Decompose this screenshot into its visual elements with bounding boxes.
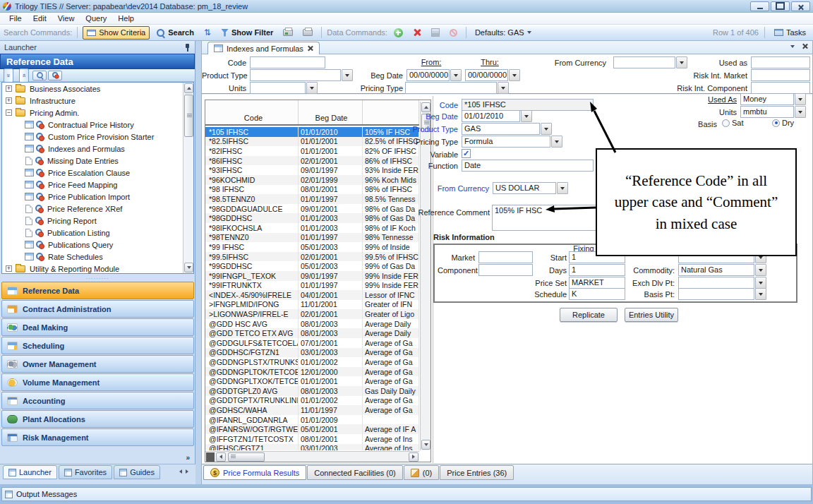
delete-record-button[interactable] [409,26,425,40]
table-row[interactable]: @GDDNGPLSTX/TRUNKSTX01/01/2002Average of… [205,357,419,367]
basis-pt-select[interactable] [678,288,766,300]
save-record-button[interactable] [428,26,443,40]
scroll-right-button[interactable] [409,452,418,462]
tree-item-pricing-report[interactable]: Pricing Report [2,215,193,227]
scroll-thumb[interactable] [228,452,265,462]
tab-price-formula-results[interactable]: Price Formula Results [203,465,306,480]
table-row[interactable]: @GDDNGPLTXOK/TETCETX01/01/2001Average of… [205,376,419,386]
table-row[interactable]: @GDDGULFS&TETCOELA07/01/2001Average of G… [205,338,419,348]
tree-item-custom-price-provision-starter[interactable]: Custom Price Provision Starter [2,131,193,143]
table-row[interactable]: *99.5IFHSC02/01/200199.5% of IFHSC [205,252,419,262]
table-row[interactable]: *99IFTRUNKTX01/01/199799% Inside FER [205,281,419,291]
table-row[interactable]: <INDEX-.45/90%IFRELE04/01/2001Lessor of … [205,290,419,300]
print-preview-button[interactable] [279,26,296,40]
launcher-tab-guides[interactable]: Guides [114,465,160,479]
tree-folder-business-associates[interactable]: +Business Associates [2,83,193,95]
table-row[interactable]: *98TENNZ001/01/199798% Tennesse [205,233,419,243]
tree-folder-pricing-admin[interactable]: −Pricing Admin. [2,107,193,119]
scroll-down-button[interactable] [421,440,430,450]
table-row[interactable]: *99 IFHSC05/01/200399% of Inside [205,242,419,252]
menu-view[interactable]: View [53,13,80,23]
add-record-button[interactable] [390,26,406,40]
table-row[interactable]: @GDD HSC AVG08/01/2003Average Daily [205,319,419,329]
risk-int-component-input[interactable] [751,82,810,94]
table-row[interactable]: *98GDDAGUADULCE09/01/200198% of Gas Da [205,204,419,214]
module-volume-management[interactable]: Volume Management [1,373,194,391]
table-row[interactable]: @IFHSC/FGTZ103/01/2003Average of Ins [205,444,419,450]
beg-date-thru-select[interactable]: 00/00/0000 [465,69,520,81]
search-button[interactable]: Search [152,26,198,40]
table-row[interactable]: @IFANRL_GDDANRLA01/01/2009 [205,415,419,425]
grid-horizontal-scrollbar[interactable] [205,451,419,462]
variable-checkbox[interactable] [462,149,471,158]
beg-date-from-select[interactable]: 00/00/0000 [406,69,462,81]
close-tab-icon[interactable] [307,45,313,52]
tree-item-rate-schedules[interactable]: Rate Schedules [2,251,193,263]
from-currency-detail-select[interactable]: US DOLLAR [493,182,568,194]
cancel-record-button[interactable] [446,26,461,40]
table-row[interactable]: *98IFKOCHSLA01/01/200398% of IF Koch [205,223,419,233]
module-accounting[interactable]: Accounting [1,392,194,409]
table-row[interactable]: @IFANRSW/OGT/RGTWEST05/01/2001Average of… [205,424,419,434]
table-row[interactable]: @GDD TETCO ETX AVG08/01/2003Average Dail… [205,328,419,338]
module-owner-management[interactable]: Owner Management [1,355,194,373]
tree-item-publication-listing[interactable]: Publication Listing [2,227,193,239]
tab-price-entries-36[interactable]: Price Entries (36) [440,465,514,480]
grid-column-header-beg-date[interactable]: Beg Date [299,100,363,124]
scroll-left-button[interactable] [216,452,226,462]
tree-item-price-feed-mapping[interactable]: Price Feed Mapping [2,179,193,191]
tab-list-dropdown-icon[interactable] [790,45,795,48]
module-plant-allocations[interactable]: Plant Allocations [1,410,194,428]
expand-icon[interactable]: + [6,265,12,272]
launcher-tab-favorites[interactable]: Favorites [59,465,112,479]
menu-edit[interactable]: Edit [28,13,52,23]
basis-dry-radio[interactable]: Dry [772,119,794,127]
tree-item-publications-query[interactable]: Publications Query [2,239,193,251]
menu-help[interactable]: Help [113,13,139,23]
table-row[interactable]: *98.5TENNZ001/01/199798.5% Tenness [205,194,419,204]
sort-button[interactable]: ⇅ [200,26,215,40]
function-input[interactable]: Date [462,160,594,172]
tree-item-price-publication-import[interactable]: Price Publication Import [2,191,193,203]
table-row[interactable]: @GDDNGPLTOK/TETCOETX12/01/2000Average of… [205,367,419,377]
module-reference-data[interactable]: Reference Data [1,282,194,299]
tab-0[interactable]: (0) [404,465,439,480]
basis-sat-radio[interactable]: Sat [722,119,744,127]
product-type-detail-select[interactable]: GAS [462,123,552,135]
scroll-up-button[interactable] [184,83,193,93]
module-scheduling[interactable]: Scheduling [1,337,194,354]
tree-item-contractual-price-history[interactable]: Contractual Price History [2,119,193,131]
expand-all-button[interactable]: » [19,68,29,83]
expand-icon[interactable]: + [6,85,12,92]
tasks-button[interactable]: Tasks [771,26,809,40]
pricing-type-detail-select[interactable]: Formula [462,136,562,148]
table-row[interactable]: *96KOCHMID02/01/199996% Koch Mids [205,175,419,185]
table-row[interactable]: *98 IFHSC08/01/200198% of IFHSC [205,185,419,195]
table-row[interactable]: >IFNGPLMID/IFONG11/01/2001Greater of IFN [205,300,419,310]
tree-folder-utility-reporting-module[interactable]: +Utility & Reporting Module [2,263,193,274]
print-button[interactable] [299,26,316,40]
risk-int-market-input[interactable] [751,69,810,81]
collapse-icon[interactable]: − [6,109,12,116]
output-messages-bar[interactable]: Output Messages [1,487,812,501]
table-row[interactable]: @IFFGTZN1/TETCOSTX08/01/2001Average of I… [205,434,419,444]
pricing-type-criteria-select[interactable] [405,82,509,94]
commodity-select[interactable]: Natural Gas [678,264,766,276]
show-filter-button[interactable]: Show Filter [217,26,277,40]
pin-icon[interactable] [184,44,191,52]
menu-query[interactable]: Query [80,13,112,23]
table-row[interactable]: @GDDTGPTX/TRUNKLINE01/01/2002Average of … [205,396,419,406]
tree-search-button[interactable] [32,71,47,80]
launcher-tab-launcher[interactable]: Launcher [3,465,57,479]
table-row[interactable]: *99IFNGPL_TEXOK09/01/199799% Inside FER [205,271,419,281]
grid-column-header-code[interactable]: Code [205,100,299,124]
used-as-detail-select[interactable]: Money [740,93,806,105]
tree-item-price-escalation-clause[interactable]: Price Escalation Clause [2,167,193,179]
tree-item-price-reference-xref[interactable]: Price Reference XRef [2,203,193,215]
tree-scrollbar[interactable] [183,83,193,273]
table-row[interactable]: *98GDDHSC01/01/200398% of Gas Da [205,213,419,223]
defaults-dropdown[interactable]: Defaults: GAS [471,26,535,40]
exch-dlv-pt-select[interactable] [678,277,766,289]
collapse-all-button[interactable]: » [4,68,13,83]
replicate-button[interactable]: Replicate [560,308,618,322]
